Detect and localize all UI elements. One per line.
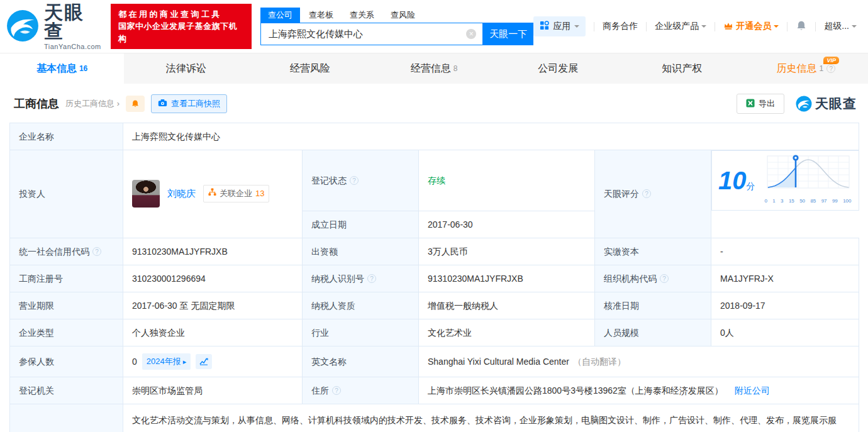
tab-legal-proceedings[interactable]: 法律诉讼 xyxy=(124,53,248,84)
table-row: 经营范围? 文化艺术活动交流与策划，从事信息、网络、计算机科技领域内的技术开发、… xyxy=(10,404,859,432)
table-row: 工商注册号 310230001296694 纳税人识别号? 91310230MA… xyxy=(10,265,859,292)
table-row: 营业期限 2017-06-30 至 无固定期限 纳税人资质 增值税一般纳税人 核… xyxy=(10,292,859,319)
auto-translate-note: （自动翻译） xyxy=(573,357,626,367)
divider xyxy=(815,22,816,31)
table-row: 企业类型 个人独资企业 行业 文化艺术业 人员规模 0人 xyxy=(10,319,859,346)
field-label-insured-count: 参保人数 xyxy=(10,346,123,377)
field-value-business-term: 2017-06-30 至 无固定期限 xyxy=(123,292,303,319)
field-value-industry: 文化艺术业 xyxy=(419,319,595,346)
apps-menu-button[interactable]: 应用 xyxy=(533,16,586,36)
divider xyxy=(646,22,647,31)
insured-trend-chart-button[interactable] xyxy=(196,354,212,369)
top-nav: 应用 商务合作 企业级产品 开通会员 超级... xyxy=(533,16,857,36)
help-icon[interactable]: ? xyxy=(350,176,359,185)
nav-open-vip[interactable]: 开通会员 xyxy=(723,21,779,32)
status-badge: 存续 xyxy=(428,175,445,186)
chevron-down-icon xyxy=(574,25,579,30)
field-value-company-name: 上海弈熙文化传媒中心 xyxy=(123,123,859,150)
tab-operating-info[interactable]: 经营信息 8 xyxy=(372,53,496,84)
arrow-right-icon: ▸ xyxy=(183,355,187,368)
field-label-capital: 出资额 xyxy=(303,238,419,265)
related-companies-badge[interactable]: 关联企业 13 xyxy=(203,185,269,202)
tab-company-development[interactable]: 公司发展 xyxy=(496,53,620,84)
help-icon[interactable]: ? xyxy=(332,386,341,395)
apps-grid-icon xyxy=(540,21,549,32)
help-icon[interactable]: ? xyxy=(826,64,835,73)
promo-banner: 都在用的商业查询工具 国家中小企业发展子基金旗下机构 xyxy=(111,4,252,50)
tianyan-score-cell: 10分 0131550859799100 xyxy=(711,150,859,211)
related-companies-count: 13 xyxy=(255,187,264,200)
section-header: 工商信息 历史工商信息 › 查看工商快照 导出 天眼查 xyxy=(0,84,868,121)
field-value-reg-status: 存续 xyxy=(419,150,595,211)
view-business-snapshot-button[interactable]: 查看工商快照 xyxy=(151,94,227,113)
table-row: 投资人 刘晓庆 关联企业 13 登记状态? 存续 天眼评分? 10分 xyxy=(10,150,859,211)
clear-search-icon[interactable]: × xyxy=(466,29,476,39)
promo-banner-line2: 国家中小企业发展子基金旗下机构 xyxy=(118,20,244,45)
field-label-address: 住所? xyxy=(303,377,419,404)
field-label-business-scope: 经营范围? xyxy=(10,404,123,432)
search-tabs: 查公司 查老板 查关系 查风险 xyxy=(260,8,533,23)
chevron-right-icon: › xyxy=(117,99,120,108)
camera-icon xyxy=(158,99,167,109)
tianyancha-logo[interactable]: 天眼查 TianYanCha.com xyxy=(6,3,103,50)
investor-avatar[interactable] xyxy=(132,180,160,208)
chevron-down-icon xyxy=(701,25,706,30)
account-menu[interactable]: 超级... xyxy=(824,21,857,32)
field-label-company-name: 企业名称 xyxy=(10,123,123,150)
field-label-reg-number: 工商注册号 xyxy=(10,265,123,292)
field-label-org-code: 组织机构代码? xyxy=(595,265,711,292)
tab-count: 8 xyxy=(453,64,458,73)
nearby-companies-link[interactable]: 附近公司 xyxy=(735,385,770,396)
apps-label: 应用 xyxy=(553,21,570,32)
tab-history-info[interactable]: VIP 历史信息 1 ? xyxy=(744,53,868,84)
field-value-credit-code: 91310230MA1JYFRJXB xyxy=(123,238,303,265)
monitor-bell-button[interactable] xyxy=(126,96,145,112)
search-tab-company[interactable]: 查公司 xyxy=(260,8,300,23)
help-icon[interactable]: ? xyxy=(660,274,669,283)
nav-enterprise-products[interactable]: 企业级产品 xyxy=(655,21,706,32)
score-value: 10 xyxy=(718,167,747,194)
notification-bell-icon[interactable] xyxy=(796,20,807,33)
field-label-business-term: 营业期限 xyxy=(10,292,123,319)
insured-count-value: 0 xyxy=(132,355,137,368)
table-row: 登记机关 崇明区市场监管局 住所? 上海市崇明区长兴镇潘园公路1800号3号楼1… xyxy=(10,377,859,404)
annual-report-link[interactable]: 2024年报 ▸ xyxy=(142,353,191,370)
search-box: × 天眼一下 xyxy=(260,23,533,45)
field-label-reg-status: 登记状态? xyxy=(303,150,419,211)
field-value-staff-size: 0人 xyxy=(711,319,859,346)
field-value-approve-date: 2018-09-17 xyxy=(711,292,859,319)
table-row: 参保人数 0 2024年报 ▸ 英文名称 Shanghai Yixi Cultu… xyxy=(10,346,859,377)
tab-intellectual-property[interactable]: 知识产权 xyxy=(620,53,744,84)
field-value-english-name: Shanghai Yixi Cultural Media Center xyxy=(428,357,569,367)
help-icon[interactable]: ? xyxy=(92,247,101,256)
search-tab-relation[interactable]: 查关系 xyxy=(342,8,382,23)
search-submit-button[interactable]: 天眼一下 xyxy=(483,23,533,45)
field-label-score: 天眼评分? xyxy=(595,150,711,238)
search-area: 查公司 查老板 查关系 查风险 × 天眼一下 xyxy=(260,8,533,45)
field-label-staff-size: 人员规模 xyxy=(595,319,711,346)
nav-business-cooperation[interactable]: 商务合作 xyxy=(603,21,638,32)
divider xyxy=(787,22,787,31)
insured-count-cell: 0 2024年报 ▸ xyxy=(132,353,293,370)
search-tab-risk[interactable]: 查风险 xyxy=(383,8,423,23)
help-icon[interactable]: ? xyxy=(367,274,376,283)
business-info-table: 企业名称 上海弈熙文化传媒中心 投资人 刘晓庆 关联企业 13 登记状态? 存续… xyxy=(9,123,859,432)
field-label-taxpayer-quality: 纳税人资质 xyxy=(303,292,419,319)
investor-name-link[interactable]: 刘晓庆 xyxy=(167,187,196,200)
divider xyxy=(715,22,715,31)
score-unit: 分 xyxy=(747,181,755,191)
help-icon[interactable]: ? xyxy=(642,189,651,198)
tab-basic-info[interactable]: 基本信息 16 xyxy=(0,53,124,84)
tab-operating-risk[interactable]: 经营风险 xyxy=(248,53,372,84)
org-chart-icon xyxy=(208,187,216,200)
score-distribution-chart: 0131550859799100 xyxy=(764,153,852,208)
export-button[interactable]: 导出 xyxy=(737,94,784,114)
search-tab-boss[interactable]: 查老板 xyxy=(301,8,341,23)
history-business-info-link[interactable]: 历史工商信息 › xyxy=(65,98,120,109)
tianyancha-logo-icon xyxy=(6,9,39,44)
field-label-reg-authority: 登记机关 xyxy=(10,377,123,404)
field-label-investor: 投资人 xyxy=(10,150,123,238)
account-name: 超级... xyxy=(824,21,849,32)
field-label-english-name: 英文名称 xyxy=(303,346,419,377)
search-input[interactable] xyxy=(261,23,482,45)
